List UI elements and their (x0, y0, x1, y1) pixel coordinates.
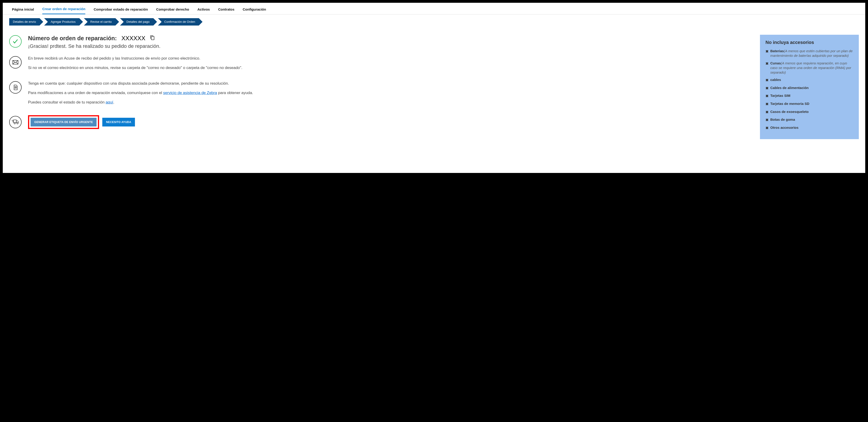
panel-item-label: Cables de alimentación (770, 86, 809, 90)
note-info-row: Tenga en cuenta que: cualquier dispositi… (9, 81, 755, 109)
panel-item-7: ✖Botas de goma (766, 117, 853, 123)
x-icon: ✖ (766, 49, 769, 54)
button-group: GENERAR ETIQUETA DE ENVÍO URGENTE NECESI… (28, 115, 135, 129)
order-text-block: Número de orden de reparación: XXXXXX ¡G… (28, 35, 160, 49)
panel-item-2: ✖cables (766, 78, 853, 83)
panel-item-8: ✖Otros accesorios (766, 125, 853, 131)
order-thanks: ¡Gracias! prdtest. Se ha realizado su pe… (28, 43, 160, 49)
email-line1: En breve recibirá un Acuse de recibo del… (28, 56, 242, 61)
highlight-box: GENERAR ETIQUETA DE ENVÍO URGENTE (28, 115, 99, 129)
accessories-panel: No incluya accesorios ✖Baterias(A menos … (760, 35, 859, 139)
email-text: En breve recibirá un Acuse de recibo del… (28, 56, 242, 74)
svg-point-10 (14, 123, 16, 124)
truck-icon (9, 116, 22, 128)
note-line2b: para obtener ayuda. (217, 91, 253, 95)
note-line2: Para modificaciones a una orden de repar… (28, 90, 253, 96)
note-line3: Puedes consultar el estado de tu reparac… (28, 99, 253, 105)
panel-item-text: cables (770, 78, 781, 82)
panel-item-text: Casos de exoesqueleto (770, 110, 809, 114)
step-0[interactable]: Detalles de envío (9, 18, 39, 26)
panel-item-4: ✖Tarjetas SIM (766, 93, 853, 99)
note-line1: Tenga en cuenta que: cualquier dispositi… (28, 81, 253, 87)
nav-item-4[interactable]: Activos (197, 5, 210, 14)
order-confirmation-row: Número de orden de reparación: XXXXXX ¡G… (9, 35, 755, 49)
order-heading-label: Número de orden de reparación: (28, 35, 117, 41)
email-info-row: En breve recibirá un Acuse de recibo del… (9, 56, 755, 74)
status-link[interactable]: aquí (105, 100, 113, 104)
email-line2: Si no ve el correo electrónico en unos m… (28, 65, 242, 71)
panel-item-text: Cables de alimentación (770, 86, 809, 90)
x-icon: ✖ (766, 102, 769, 107)
panel-item-text: Botas de goma (770, 117, 795, 122)
top-nav: Página inicialCrear orden de reparaciónC… (3, 3, 865, 14)
copy-icon[interactable] (150, 35, 155, 41)
note-text: Tenga en cuenta que: cualquier dispositi… (28, 81, 253, 109)
panel-item-text: Tarjetas de memoria SD (770, 101, 809, 106)
page-container: Página inicialCrear orden de reparaciónC… (3, 3, 865, 173)
x-icon: ✖ (766, 118, 769, 123)
svg-point-11 (17, 123, 18, 124)
panel-item-label: Tarjetas SIM (770, 94, 790, 97)
right-column: No incluya accesorios ✖Baterias(A menos … (760, 35, 859, 139)
action-row: GENERAR ETIQUETA DE ENVÍO URGENTE NECESI… (9, 115, 755, 129)
step-3[interactable]: Detalles del pago (120, 18, 153, 26)
panel-item-label: Baterias (770, 49, 784, 53)
panel-item-text: Tarjetas SIM (770, 93, 790, 98)
panel-item-5: ✖Tarjetas de memoria SD (766, 101, 853, 107)
panel-item-0: ✖Baterias(A menos que estén cubiertas po… (766, 49, 853, 58)
nav-item-2[interactable]: Comprobar estado de reparación (94, 5, 148, 14)
document-icon (9, 81, 22, 94)
generate-label-button[interactable]: GENERAR ETIQUETA DE ENVÍO URGENTE (31, 118, 97, 126)
panel-items: ✖Baterias(A menos que estén cubiertas po… (766, 49, 853, 130)
panel-item-label: Casos de exoesqueleto (770, 110, 809, 114)
x-icon: ✖ (766, 86, 769, 91)
checkmark-icon (9, 35, 22, 48)
svg-line-2 (16, 62, 18, 64)
x-icon: ✖ (766, 94, 769, 99)
step-1[interactable]: Agregar Productos (44, 18, 79, 26)
left-column: Número de orden de reparación: XXXXXX ¡G… (9, 35, 755, 139)
panel-item-label: Tarjetas de memoria SD (770, 102, 809, 106)
panel-item-text: Otros accesorios (770, 125, 799, 130)
panel-item-text: Cunas(A menos que requiera reparación, e… (770, 61, 853, 75)
note-line3b: . (113, 100, 114, 104)
panel-item-3: ✖Cables de alimentación (766, 86, 853, 91)
step-2[interactable]: Revise el carrito (84, 18, 115, 26)
panel-item-label: cables (770, 78, 781, 82)
svg-line-1 (13, 62, 15, 64)
panel-item-6: ✖Casos de exoesqueleto (766, 110, 853, 115)
panel-item-label: Cunas (770, 61, 781, 65)
panel-item-note: (A menos que requiera reparación, en cuy… (770, 61, 851, 74)
step-4[interactable]: Confirmación de Orden (158, 18, 199, 26)
support-link[interactable]: servicio de asistencia de Zebra (163, 91, 217, 95)
x-icon: ✖ (766, 61, 769, 66)
panel-item-1: ✖Cunas(A menos que requiera reparación, … (766, 61, 853, 75)
step-bar: Detalles de envíoAgregar ProductosRevise… (3, 14, 865, 26)
panel-item-label: Otros accesorios (770, 126, 799, 129)
x-icon: ✖ (766, 110, 769, 115)
envelope-icon (9, 56, 22, 68)
nav-item-6[interactable]: Configuración (243, 5, 266, 14)
note-line3a: Puedes consultar el estado de tu reparac… (28, 100, 105, 104)
panel-item-label: Botas de goma (770, 118, 795, 121)
order-number: XXXXXX (121, 35, 145, 42)
svg-rect-9 (13, 120, 16, 123)
x-icon: ✖ (766, 78, 769, 83)
main-content: Número de orden de reparación: XXXXXX ¡G… (3, 26, 865, 139)
order-heading: Número de orden de reparación: XXXXXX (28, 35, 160, 42)
note-line2a: Para modificaciones a una orden de repar… (28, 91, 163, 95)
need-help-button[interactable]: NECESITO AYUDA (102, 118, 135, 126)
nav-item-0[interactable]: Página inicial (12, 5, 34, 14)
nav-item-3[interactable]: Comprobar derecho (156, 5, 189, 14)
x-icon: ✖ (766, 126, 769, 131)
panel-item-text: Baterias(A menos que estén cubiertas por… (770, 49, 853, 58)
panel-title: No incluya accesorios (766, 40, 853, 45)
nav-item-5[interactable]: Contratos (218, 5, 235, 14)
nav-item-1[interactable]: Crear orden de reparación (42, 5, 86, 14)
